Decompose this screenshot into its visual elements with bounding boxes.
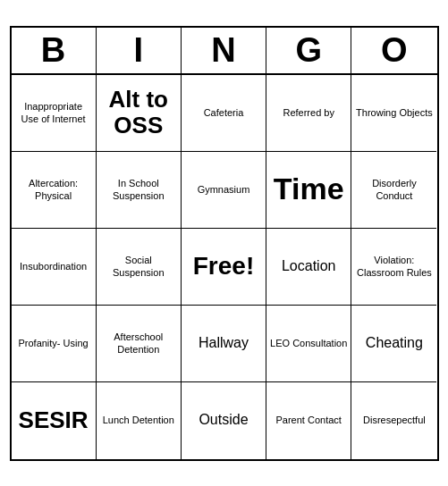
cell-text: Cafeteria <box>204 106 244 119</box>
bingo-cell: Disresepectful <box>351 382 436 459</box>
bingo-cell: Afterschool Detention <box>97 306 182 382</box>
bingo-cell: Hallway <box>182 306 266 382</box>
cell-text: Afterschool Detention <box>100 331 177 356</box>
cell-text: Inappropriate Use of Internet <box>15 100 92 126</box>
cell-text: Disresepectful <box>363 414 426 426</box>
cell-text: Time <box>274 172 344 205</box>
cell-text: Referred by <box>283 106 334 119</box>
bingo-cell: Parent Contact <box>266 382 351 459</box>
bingo-cell: Lunch Detention <box>97 382 182 459</box>
bingo-cell: Cheating <box>351 306 436 382</box>
bingo-cell: Throwing Objects <box>351 75 436 152</box>
bingo-cell: Time <box>266 152 351 229</box>
header-letter: O <box>351 28 436 73</box>
bingo-header: BINGO <box>12 28 437 75</box>
cell-text: Disorderly Conduct <box>355 177 433 203</box>
bingo-cell: Referred by <box>266 75 351 152</box>
bingo-card: BINGO Inappropriate Use of InternetAlt t… <box>10 26 439 461</box>
bingo-cell: Insubordination <box>12 229 97 306</box>
cell-text: Parent Contact <box>276 414 342 426</box>
bingo-cell: Violation: Classroom Rules <box>351 229 436 306</box>
bingo-cell: SESIR <box>12 382 97 459</box>
cell-text: Throwing Objects <box>356 106 433 119</box>
bingo-cell: Inappropriate Use of Internet <box>12 75 97 152</box>
cell-text: Outside <box>199 411 248 430</box>
bingo-cell: Profanity- Using <box>12 306 97 382</box>
bingo-cell: Location <box>266 229 351 306</box>
header-letter: I <box>97 28 182 73</box>
cell-text: Alt to OSS <box>100 87 177 138</box>
cell-text: Altercation: Physical <box>15 177 92 203</box>
bingo-cell: Gymnasium <box>182 152 266 229</box>
cell-text: Hallway <box>199 334 249 353</box>
cell-text: LEO Consultation <box>270 337 347 349</box>
cell-text: Lunch Detention <box>103 414 174 426</box>
bingo-cell: Social Suspension <box>97 229 182 306</box>
cell-text: Free! <box>193 250 254 282</box>
bingo-cell: LEO Consultation <box>266 306 351 382</box>
cell-text: Profanity- Using <box>18 337 88 349</box>
bingo-cell: Cafeteria <box>182 75 266 152</box>
cell-text: Cheating <box>366 334 423 353</box>
bingo-grid: Inappropriate Use of InternetAlt to OSSC… <box>12 75 437 459</box>
bingo-cell: In School Suspension <box>97 152 182 229</box>
cell-text: In School Suspension <box>100 177 177 203</box>
cell-text: Social Suspension <box>100 254 177 280</box>
bingo-cell: Alt to OSS <box>97 75 182 152</box>
cell-text: Violation: Classroom Rules <box>355 254 433 280</box>
cell-text: Location <box>282 257 336 276</box>
bingo-cell: Free! <box>182 229 266 306</box>
cell-text: SESIR <box>19 407 89 433</box>
header-letter: N <box>182 28 266 73</box>
cell-text: Gymnasium <box>198 183 250 196</box>
cell-text: Insubordination <box>20 260 87 272</box>
header-letter: B <box>12 28 97 73</box>
bingo-cell: Disorderly Conduct <box>351 152 436 229</box>
bingo-cell: Altercation: Physical <box>12 152 97 229</box>
bingo-cell: Outside <box>182 382 266 459</box>
header-letter: G <box>266 28 351 73</box>
